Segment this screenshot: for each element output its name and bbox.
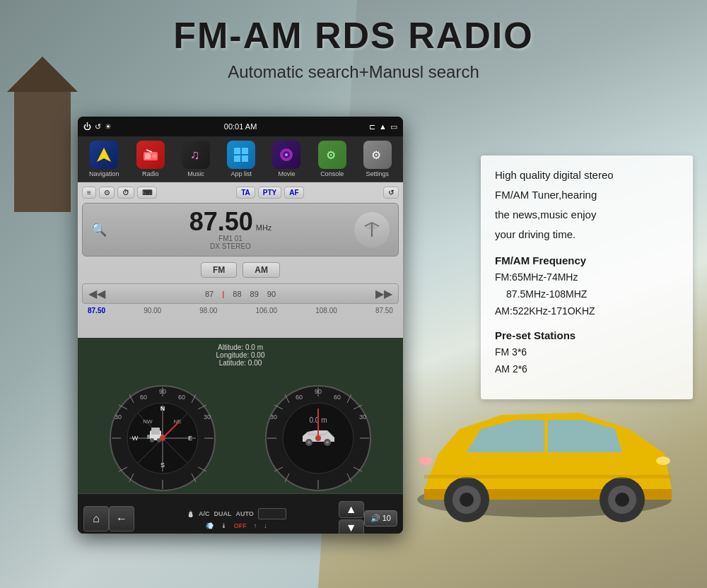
search-icon[interactable]: 🔍 xyxy=(91,222,107,237)
desc-line-1: High quality digital stereo xyxy=(495,167,679,184)
status-icons-left: ⏻ ↺ ☀ xyxy=(83,122,112,131)
nav-label-console: Console xyxy=(320,170,344,177)
svg-rect-11 xyxy=(145,153,151,159)
ac-icon: ⛄ xyxy=(187,510,194,517)
description-text: High quality digital stereo FM/AM Tuner,… xyxy=(495,167,679,243)
nav-item-music[interactable]: ♫ Music xyxy=(182,141,210,177)
temp-icon: 🌡 xyxy=(221,522,227,529)
svg-text:S: S xyxy=(160,461,164,469)
clock-btn[interactable]: ⏱ xyxy=(117,187,134,199)
vent-icon: ↑ xyxy=(254,522,257,529)
nav-label-radio: Radio xyxy=(142,170,159,177)
title-area: FM-AM RDS RADIO Automatic search+Manusl … xyxy=(0,14,707,82)
desc-line-3: the news,music enjoy xyxy=(495,206,679,223)
movie-icon xyxy=(272,141,300,169)
svg-rect-62 xyxy=(147,435,150,439)
freq-left-arrow[interactable]: ◀◀ xyxy=(88,287,105,300)
gauge-container: 60 90 60 30 30 N S E xyxy=(78,359,403,493)
svg-text:90: 90 xyxy=(158,388,165,395)
back-icon[interactable]: ↺ xyxy=(95,122,101,131)
display-panel xyxy=(258,508,286,519)
frequency-number: 87.50 xyxy=(189,209,253,235)
preset-title: Pre-set Stations xyxy=(495,329,679,341)
home-button[interactable]: ⌂ xyxy=(83,506,109,531)
keyboard-btn[interactable]: ⌨ xyxy=(137,187,157,199)
preset-content: FM 3*6 AM 2*6 xyxy=(495,344,679,378)
nav-label-settings: Settings xyxy=(366,170,390,177)
frequency-display: 🔍 87.50 MHz FM1 01 DX STEREO xyxy=(82,203,399,257)
pty-btn[interactable]: PTY xyxy=(258,187,281,199)
preset-fm: FM 3*6 xyxy=(495,344,679,361)
volume-button[interactable]: 🔊 10 xyxy=(364,510,397,527)
nav-item-movie[interactable]: Movie xyxy=(272,141,300,177)
nav-item-navigation[interactable]: Navigation xyxy=(89,141,119,177)
preset-am: AM 2*6 xyxy=(495,361,679,378)
svg-rect-18 xyxy=(242,155,248,162)
svg-text:⚙: ⚙ xyxy=(326,149,336,161)
frequency-unit: MHz xyxy=(256,223,272,232)
preset-section: Pre-set Stations FM 3*6 AM 2*6 xyxy=(495,329,679,378)
battery-icon: ▭ xyxy=(390,122,397,131)
nav-label-music: Music xyxy=(187,170,204,177)
desc-line-2: FM/AM Tuner,hearing xyxy=(495,187,679,204)
off-label[interactable]: OFF xyxy=(234,522,247,529)
am-button[interactable]: AM xyxy=(243,262,280,278)
svg-text:90: 90 xyxy=(314,388,321,395)
svg-point-87 xyxy=(308,441,310,444)
scale-89: 89 xyxy=(250,290,259,298)
nav-label-movie: Movie xyxy=(278,170,295,177)
preset-5[interactable]: 108.00 xyxy=(315,307,337,314)
svg-line-13 xyxy=(146,150,152,152)
music-icon: ♫ xyxy=(182,141,210,169)
up-button[interactable]: ▲ xyxy=(339,501,364,518)
preset-4[interactable]: 106.00 xyxy=(255,307,277,314)
nav-item-applist[interactable]: App list xyxy=(227,141,255,177)
status-time: 00:01 AM xyxy=(224,122,257,131)
ta-btn[interactable]: TA xyxy=(236,187,255,199)
back-btn[interactable]: ↺ xyxy=(383,187,399,199)
preset-6[interactable]: 87.50 xyxy=(375,307,393,314)
navigation-icon xyxy=(90,141,118,169)
frequency-section: FM/AM Frequency FM:65MHz-74MHz 87.5MHz-1… xyxy=(495,254,679,319)
power-icon[interactable]: ⏻ xyxy=(83,122,91,131)
svg-text:E: E xyxy=(187,435,192,442)
back-button[interactable]: ← xyxy=(109,506,134,531)
latitude-label: Latitude: 0.00 xyxy=(216,359,265,367)
svg-text:60: 60 xyxy=(139,394,146,401)
ac-control-area: ⛄ A/C DUAL AUTO 💨 🌡 OFF ↑ ↓ xyxy=(140,508,333,529)
nav-label-applist: App list xyxy=(230,170,252,177)
down-button[interactable]: ▼ xyxy=(339,519,364,534)
nav-item-settings[interactable]: ⚙ Settings xyxy=(363,141,392,177)
af-btn[interactable]: AF xyxy=(284,187,303,199)
scale-87: 87 xyxy=(205,290,214,298)
up-down-buttons: ▲ ▼ xyxy=(339,501,364,534)
svg-rect-16 xyxy=(242,148,248,154)
equalizer-btn[interactable]: ≡ xyxy=(82,187,96,199)
gps-panel: Altitude: 0.0 m Longitude: 0.00 Latitude… xyxy=(78,338,403,493)
svg-text:60: 60 xyxy=(295,394,302,401)
svg-point-8 xyxy=(419,457,433,465)
svg-text:30: 30 xyxy=(114,413,121,421)
brightness-icon[interactable]: ☀ xyxy=(105,122,112,131)
frequency-mode: DX STEREO xyxy=(189,242,272,250)
preset-2[interactable]: 90.00 xyxy=(144,307,161,314)
scale-indicator: | xyxy=(222,290,224,298)
freq-line-1: FM:65MHz-74MHz xyxy=(495,269,679,286)
svg-point-3 xyxy=(460,493,474,507)
fm-button[interactable]: FM xyxy=(201,262,237,278)
preset-3[interactable]: 98.00 xyxy=(199,307,217,314)
gps-info: Altitude: 0.0 m Longitude: 0.00 Latitude… xyxy=(216,343,265,367)
frequency-title: FM/AM Frequency xyxy=(495,254,679,266)
preset-btn[interactable]: ⊙ xyxy=(99,187,115,199)
wifi-icon: ⊏ xyxy=(369,122,375,131)
nav-item-console[interactable]: ⚙ Console xyxy=(318,141,346,177)
freq-right-arrow[interactable]: ▶▶ xyxy=(375,287,392,300)
auto-label: AUTO xyxy=(235,510,253,517)
page-subtitle: Automatic search+Manusl search xyxy=(0,62,707,82)
preset-1[interactable]: 87.50 xyxy=(88,307,105,314)
console-icon: ⚙ xyxy=(318,141,346,169)
svg-text:W: W xyxy=(132,435,138,442)
fan-icon: 💨 xyxy=(206,522,214,529)
svg-text:60: 60 xyxy=(333,394,340,401)
nav-item-radio[interactable]: Radio xyxy=(136,141,165,177)
